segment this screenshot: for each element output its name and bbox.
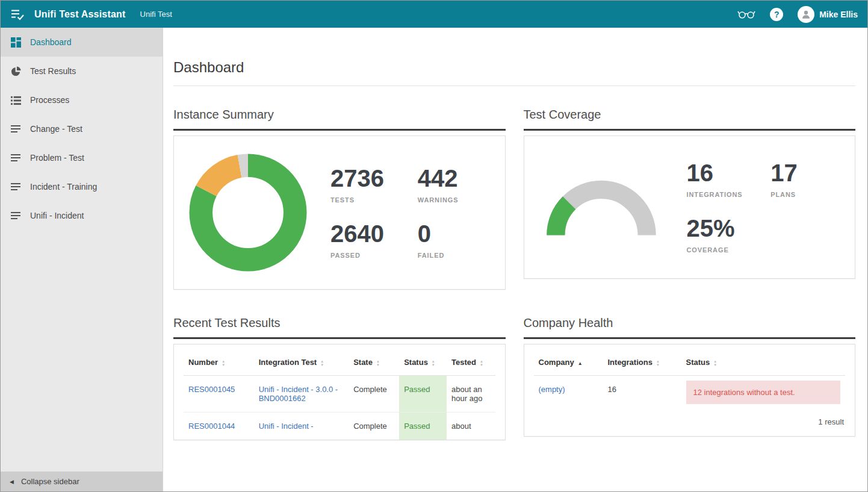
lines-icon (11, 152, 22, 163)
company-link[interactable]: (empty) (539, 385, 565, 394)
sort-icon: ▲▼ (320, 360, 324, 367)
column-header-status[interactable]: Status▲▼ (681, 348, 846, 376)
page-title: Dashboard (173, 59, 855, 76)
result-count: 1 result (524, 409, 855, 436)
test-coverage-section: Test Coverage 16 INTEGRATIONS 17 PLANS (524, 108, 856, 279)
sidebar-item-processes[interactable]: Processes (1, 86, 163, 114)
sort-icon: ▲▼ (656, 360, 660, 367)
sort-icon: ▲▼ (222, 360, 225, 367)
instance-summary-title: Instance Summary (173, 108, 506, 131)
instance-summary-section: Instance Summary 2736 TESTS 442 WARNINGS (173, 108, 506, 290)
sort-icon: ▲▼ (376, 360, 380, 367)
sidebar-item-dashboard[interactable]: Dashboard (1, 28, 163, 57)
collapse-sidebar-button[interactable]: ◀ Collapse sidebar (1, 472, 163, 491)
sidebar-item-label: Unifi - Incident (30, 211, 84, 220)
recent-test-results-section: Recent Test Results Number▲▼ Integration… (173, 316, 506, 440)
stat-coverage: 25% COVERAGE (687, 216, 757, 254)
recent-test-results-card: Number▲▼ Integration Test▲▼ State▲▼ Stat… (173, 344, 506, 440)
sidebar-item-incident-training[interactable]: Incident - Training (1, 172, 163, 201)
sidebar: Dashboard Test Results Processes (1, 28, 163, 491)
pie-chart-icon (11, 66, 22, 76)
user-menu[interactable]: Mike Ellis (798, 6, 858, 23)
lines-icon (11, 123, 22, 134)
list-icon (11, 95, 22, 105)
sidebar-item-test-results[interactable]: Test Results (1, 57, 163, 86)
company-health-card: Company▲ Integrations▲▼ Status▲▼ (empty)… (524, 344, 856, 437)
lines-icon (11, 210, 22, 221)
test-coverage-title: Test Coverage (524, 108, 856, 131)
app-subtitle: Unifi Test (140, 10, 172, 19)
record-link[interactable]: RES0001044 (188, 422, 235, 431)
company-health-title: Company Health (524, 316, 856, 339)
recent-test-results-table: Number▲▼ Integration Test▲▼ State▲▼ Stat… (184, 348, 495, 440)
cell-tested: about (447, 413, 495, 440)
status-warning-badge: 12 integrations without a test. (686, 381, 841, 404)
company-health-table: Company▲ Integrations▲▼ Status▲▼ (empty)… (534, 348, 846, 409)
help-icon[interactable]: ? (770, 8, 783, 21)
sidebar-item-label: Dashboard (30, 37, 72, 47)
test-coverage-card: 16 INTEGRATIONS 17 PLANS 25% COVERAGE (524, 135, 856, 279)
stat-passed: 2640 PASSED (330, 222, 403, 259)
stat-integrations: 16 INTEGRATIONS (687, 161, 757, 198)
table-row: RES0001044 Unifi - Incident - Complete P… (184, 413, 495, 440)
stat-failed: 0 FAILED (418, 222, 491, 259)
sort-icon: ▲▼ (713, 360, 717, 367)
status-badge: Passed (399, 413, 447, 440)
stat-plans: 17 PLANS (770, 161, 840, 198)
table-row: (empty) 16 12 integrations without a tes… (534, 376, 846, 409)
stat-tests: 2736 TESTS (330, 166, 403, 204)
sort-icon: ▲▼ (432, 360, 435, 367)
company-health-section: Company Health Company▲ Integrations▲▼ S… (524, 316, 856, 437)
sidebar-item-unifi-incident[interactable]: Unifi - Incident (1, 201, 163, 230)
title-divider (173, 86, 855, 86)
column-header-company[interactable]: Company▲ (534, 348, 603, 376)
dashboard-grid-icon (11, 37, 22, 48)
cell-tested: about an hour ago (447, 376, 495, 413)
table-row: RES0001045 Unifi - Incident - 3.0.0 - BN… (184, 376, 495, 413)
sidebar-item-label: Incident - Training (30, 182, 97, 192)
collapse-arrow-icon: ◀ (10, 479, 14, 485)
avatar (798, 6, 814, 23)
cell-integrations: 16 (603, 376, 681, 409)
cell-state: Complete (349, 413, 399, 440)
instance-donut-chart (188, 153, 308, 272)
sidebar-item-label: Change - Test (30, 124, 82, 134)
column-header-state[interactable]: State▲▼ (349, 348, 399, 376)
sidebar-item-label: Test Results (30, 66, 76, 76)
menu-check-icon[interactable] (10, 8, 25, 21)
stat-warnings: 442 WARNINGS (418, 166, 491, 204)
integration-test-link[interactable]: Unifi - Incident - (259, 422, 314, 431)
sidebar-item-change-test[interactable]: Change - Test (1, 114, 163, 143)
column-header-tested[interactable]: Tested▲▼ (447, 348, 495, 376)
instance-summary-card: 2736 TESTS 442 WARNINGS 2640 PASSED (173, 135, 506, 290)
main-content: Dashboard Instance Summary 2736 TESTS (163, 28, 867, 491)
status-badge: Passed (399, 376, 447, 413)
app-title: Unifi Test Assistant (34, 9, 126, 20)
user-name: Mike Ellis (819, 10, 858, 19)
sort-asc-icon: ▲ (578, 361, 583, 366)
integration-test-link[interactable]: Unifi - Incident - 3.0.0 - BND0001662 (259, 385, 338, 403)
topbar: Unifi Test Assistant Unifi Test ? Mike E… (1, 1, 867, 28)
sort-icon: ▲▼ (480, 360, 483, 367)
glasses-icon[interactable] (737, 9, 755, 19)
lines-icon (11, 181, 22, 192)
coverage-gauge-chart (539, 177, 664, 248)
column-header-integration-test[interactable]: Integration Test▲▼ (254, 348, 349, 376)
sidebar-item-label: Problem - Test (30, 153, 84, 163)
sidebar-item-problem-test[interactable]: Problem - Test (1, 143, 163, 172)
record-link[interactable]: RES0001045 (188, 385, 235, 394)
cell-state: Complete (349, 376, 399, 413)
column-header-integrations[interactable]: Integrations▲▼ (603, 348, 681, 376)
collapse-sidebar-label: Collapse sidebar (21, 477, 79, 486)
column-header-number[interactable]: Number▲▼ (184, 348, 254, 376)
column-header-status[interactable]: Status▲▼ (399, 348, 447, 376)
sidebar-item-label: Processes (30, 95, 69, 105)
recent-test-results-title: Recent Test Results (173, 316, 506, 339)
